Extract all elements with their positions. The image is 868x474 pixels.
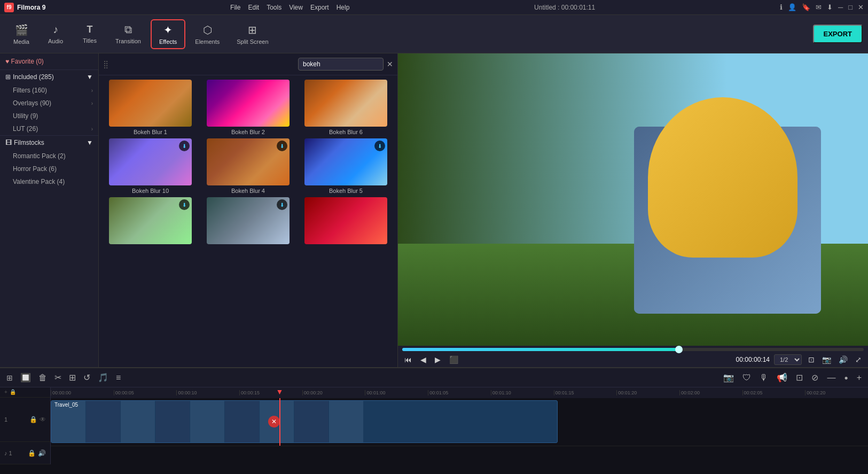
tl-voice-icon[interactable]: 📢 xyxy=(775,371,789,384)
rewind-button[interactable]: ⏮ xyxy=(402,354,414,365)
search-clear-button[interactable]: ✕ xyxy=(387,60,393,68)
export-button[interactable]: EXPORT xyxy=(813,25,863,43)
playhead[interactable] xyxy=(279,398,280,446)
included-section-header[interactable]: ⊞ Included (285) ▼ xyxy=(0,70,98,84)
effect-bokeh-blur-4[interactable]: ⬇ Bokeh Blur 4 xyxy=(201,138,295,194)
effect-label-bokeh-blur-2: Bokeh Blur 2 xyxy=(231,129,265,135)
playback-controls: ⏮ ◀ ▶ ⬛ 00:00:00:14 1/2 Full 1/4 ⊡ 📷 🔊 ⤢ xyxy=(402,354,864,365)
timeline-toolbar: ⊞ 🔲 🗑 ✂ ⊞ ↺ 🎵 ≡ 📷 🛡 🎙 📢 ⊡ ⊘ — ● + xyxy=(0,368,868,387)
menu-edit[interactable]: Edit xyxy=(248,4,259,11)
menu-tools[interactable]: Tools xyxy=(267,4,281,11)
utility-item[interactable]: Utility (9) xyxy=(0,110,98,122)
menu-view[interactable]: View xyxy=(289,4,303,11)
effects-grid: Bokeh Blur 1 Bokeh Blur 2 Bokeh Blur 6 ⬇… xyxy=(99,75,397,251)
quality-select[interactable]: 1/2 Full 1/4 xyxy=(774,354,802,365)
effect-label-bokeh-blur-6: Bokeh Blur 6 xyxy=(329,129,363,135)
mail-icon[interactable]: ✉ xyxy=(816,3,822,11)
tl-snap-button[interactable]: ⊞ xyxy=(4,372,15,383)
toolbar: 🎬 Media ♪ Audio T Titles ⧉ Transition ✦ … xyxy=(0,15,868,53)
minimize-btn[interactable]: ─ xyxy=(838,3,843,11)
horror-pack-item[interactable]: Horror Pack (6) xyxy=(0,162,98,175)
fullscreen-icon[interactable]: ⤢ xyxy=(853,354,864,365)
effect-bokeh-blur-2[interactable]: Bokeh Blur 2 xyxy=(201,80,295,135)
tl-zoom-in[interactable]: + xyxy=(855,372,864,384)
effect-label-bokeh-blur-4: Bokeh Blur 4 xyxy=(231,188,265,194)
account-icon[interactable]: 👤 xyxy=(788,3,796,11)
ruler-mark-115: 00:01:15 xyxy=(554,390,617,395)
filmstocks-section-header[interactable]: 🎞 Filmstocks ▼ xyxy=(0,135,98,150)
split-screen-icon: ⊞ xyxy=(248,24,257,36)
video-clip[interactable]: Travel_05 ✕ xyxy=(51,400,558,443)
middle-panel: ⣿ ✕ Bokeh Blur 1 Bokeh Blur 2 Bokeh Blur… xyxy=(99,53,398,367)
tl-zoom-slider[interactable]: ● xyxy=(842,373,850,383)
preview-extra-controls: ⊡ 📷 🔊 ⤢ xyxy=(806,354,864,365)
add-track-icon[interactable]: + xyxy=(4,389,7,395)
preview-video xyxy=(398,53,868,346)
tl-mic-icon[interactable]: 🎙 xyxy=(757,372,770,384)
toolbar-media[interactable]: 🎬 Media xyxy=(5,20,37,48)
effect-bokeh-blur-1[interactable]: Bokeh Blur 1 xyxy=(103,80,198,135)
effect-extra-3[interactable] xyxy=(299,197,393,246)
toolbar-transition[interactable]: ⧉ Transition xyxy=(108,20,148,48)
ruler-mark-205: 00:02:05 xyxy=(742,390,806,395)
effect-bokeh-blur-5[interactable]: ⬇ Bokeh Blur 5 xyxy=(299,138,393,194)
screen-mode-icon[interactable]: ⊡ xyxy=(806,354,817,365)
toolbar-audio[interactable]: ♪ Audio xyxy=(40,20,72,48)
close-btn[interactable]: ✕ xyxy=(858,3,864,11)
audio-track-lock-icon[interactable]: 🔒 xyxy=(28,449,36,457)
overlays-arrow: › xyxy=(91,100,93,106)
app-logo: f9 Filmora 9 xyxy=(4,3,45,12)
bookmark-icon[interactable]: 🔖 xyxy=(802,3,810,11)
tl-shield-icon[interactable]: 🛡 xyxy=(740,372,753,384)
effect-extra-2[interactable]: ⬇ xyxy=(201,197,295,246)
toolbar-elements[interactable]: ⬡ Elements xyxy=(187,20,227,48)
romantic-pack-item[interactable]: Romantic Pack (2) xyxy=(0,150,98,162)
effect-extra-1[interactable]: ⬇ xyxy=(103,197,198,246)
stop-button[interactable]: ⬛ xyxy=(447,354,460,365)
overlays-item[interactable]: Overlays (90) › xyxy=(0,97,98,110)
ruler-mark-105: 00:01:05 xyxy=(428,390,491,395)
transition-label: Transition xyxy=(115,38,141,44)
info-icon[interactable]: ℹ xyxy=(780,3,783,11)
clip-delete-button[interactable]: ✕ xyxy=(268,416,280,428)
tl-crop-button[interactable]: ⊞ xyxy=(67,371,78,384)
toolbar-effects[interactable]: ✦ Effects xyxy=(151,19,185,49)
snapshot-icon[interactable]: 📷 xyxy=(820,354,833,365)
tl-audio-button[interactable]: 🎵 xyxy=(96,371,111,384)
included-label: Included (285) xyxy=(13,73,54,81)
audio-icon: ♪ xyxy=(53,24,58,36)
video-track-lock-icon[interactable]: 🔒 xyxy=(29,416,37,423)
menu-help[interactable]: Help xyxy=(337,4,350,11)
toolbar-split-screen[interactable]: ⊞ Split Screen xyxy=(229,20,276,48)
menu-file[interactable]: File xyxy=(230,4,240,11)
volume-icon[interactable]: 🔊 xyxy=(836,354,850,365)
tl-cut-button[interactable]: ✂ xyxy=(52,371,64,384)
effect-bokeh-blur-10[interactable]: ⬇ Bokeh Blur 10 xyxy=(103,138,198,194)
download-icon[interactable]: ⬇ xyxy=(827,3,833,11)
tl-pip-icon[interactable]: ⊡ xyxy=(794,371,805,384)
lut-item[interactable]: LUT (26) › xyxy=(0,122,98,135)
filters-item[interactable]: Filters (160) › xyxy=(0,84,98,97)
maximize-btn[interactable]: □ xyxy=(848,3,853,11)
search-input[interactable] xyxy=(298,58,384,71)
clip-frame-3 xyxy=(121,401,155,442)
video-track-eye-icon[interactable]: 👁 xyxy=(40,416,46,423)
tl-mix-button[interactable]: ≡ xyxy=(114,372,123,384)
tl-camera-icon[interactable]: 📷 xyxy=(721,371,736,384)
tl-delete-button[interactable]: 🗑 xyxy=(36,372,49,384)
tl-no-icon[interactable]: ⊘ xyxy=(809,371,820,384)
play-back-button[interactable]: ◀ xyxy=(418,354,428,365)
effect-bokeh-blur-6[interactable]: Bokeh Blur 6 xyxy=(299,80,393,135)
valentine-pack-item[interactable]: Valentine Pack (4) xyxy=(0,175,98,188)
lock-all-icon[interactable]: 🔒 xyxy=(10,389,16,395)
progress-bar[interactable] xyxy=(402,348,864,351)
favorite-row[interactable]: ♥ Favorite (0) xyxy=(0,53,98,70)
play-button[interactable]: ▶ xyxy=(433,354,443,365)
tl-undo-button[interactable]: ↺ xyxy=(81,371,92,384)
menu-export[interactable]: Export xyxy=(310,4,329,11)
audio-track-speaker-icon[interactable]: 🔊 xyxy=(38,449,46,457)
tl-zoom-out[interactable]: — xyxy=(825,372,838,384)
tl-magnet-button[interactable]: 🔲 xyxy=(18,371,33,384)
download-badge-r1: ⬇ xyxy=(179,199,190,210)
toolbar-titles[interactable]: T Titles xyxy=(74,21,106,47)
